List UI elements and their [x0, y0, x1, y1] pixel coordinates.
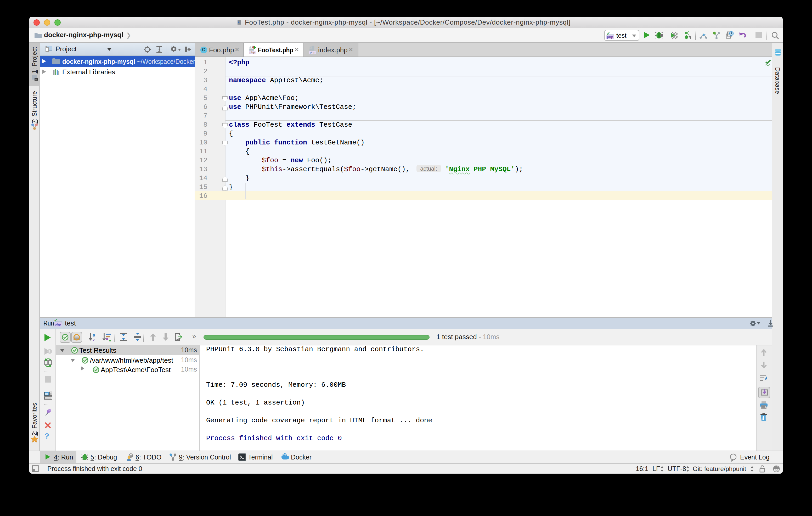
svg-text:z: z: [92, 337, 95, 342]
svg-text:php: php: [249, 51, 255, 54]
svg-text:php: php: [310, 51, 315, 54]
svg-text:a: a: [92, 333, 95, 338]
